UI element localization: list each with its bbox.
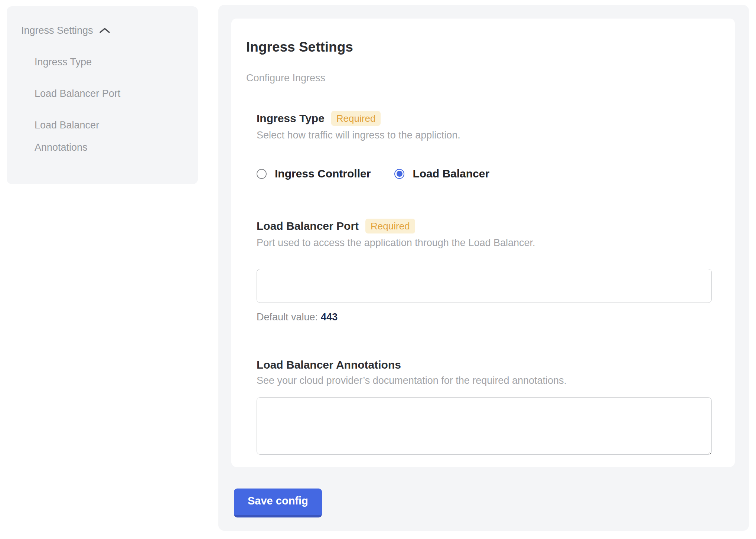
radio-option-ingress-controller[interactable]: Ingress Controller (257, 167, 371, 180)
settings-sidebar: Ingress Settings Ingress Type Load Balan… (7, 6, 198, 184)
section-load-balancer-port: Load Balancer Port Required Port used to… (257, 219, 713, 323)
sidebar-item-load-balancer-port[interactable]: Load Balancer Port (35, 82, 135, 105)
load-balancer-port-input[interactable] (257, 269, 712, 303)
radio-option-label: Ingress Controller (275, 167, 371, 180)
radio-option-load-balancer[interactable]: Load Balancer (394, 167, 489, 180)
section-ingress-type: Ingress Type Required Select how traffic… (257, 111, 713, 180)
load-balancer-annotations-description: See your cloud provider’s documentation … (257, 375, 713, 386)
load-balancer-port-description: Port used to access the application thro… (257, 237, 713, 248)
ingress-type-label: Ingress Type (257, 112, 325, 125)
page-title: Ingress Settings (246, 40, 713, 54)
save-config-button[interactable]: Save config (234, 489, 322, 517)
load-balancer-annotations-textarea[interactable] (257, 397, 712, 455)
section-load-balancer-annotations: Load Balancer Annotations See your cloud… (257, 359, 713, 455)
ingress-settings-card: Ingress Settings Configure Ingress Ingre… (231, 19, 735, 467)
sidebar-group-ingress-settings[interactable]: Ingress Settings (21, 19, 187, 42)
main-panel: Ingress Settings Configure Ingress Ingre… (218, 5, 749, 531)
chevron-up-icon (99, 27, 110, 34)
radio-button-icon[interactable] (394, 169, 404, 179)
ingress-type-radio-group: Ingress Controller Load Balancer (257, 167, 713, 180)
required-badge: Required (365, 219, 415, 233)
default-value-line: Default value:443 (257, 311, 713, 323)
radio-option-label: Load Balancer (413, 167, 489, 180)
sidebar-item-ingress-type[interactable]: Ingress Type (35, 51, 135, 73)
ingress-type-description: Select how traffic will ingress to the a… (257, 130, 713, 141)
default-value: 443 (321, 311, 338, 323)
default-value-label: Default value: (257, 311, 318, 323)
sidebar-group-label: Ingress Settings (21, 19, 93, 42)
load-balancer-annotations-label: Load Balancer Annotations (257, 359, 401, 371)
load-balancer-port-label: Load Balancer Port (257, 220, 359, 232)
radio-button-icon[interactable] (257, 169, 267, 179)
required-badge: Required (331, 111, 381, 126)
sidebar-item-load-balancer-annotations[interactable]: Load Balancer Annotations (35, 114, 135, 159)
page-subtitle: Configure Ingress (246, 73, 713, 83)
